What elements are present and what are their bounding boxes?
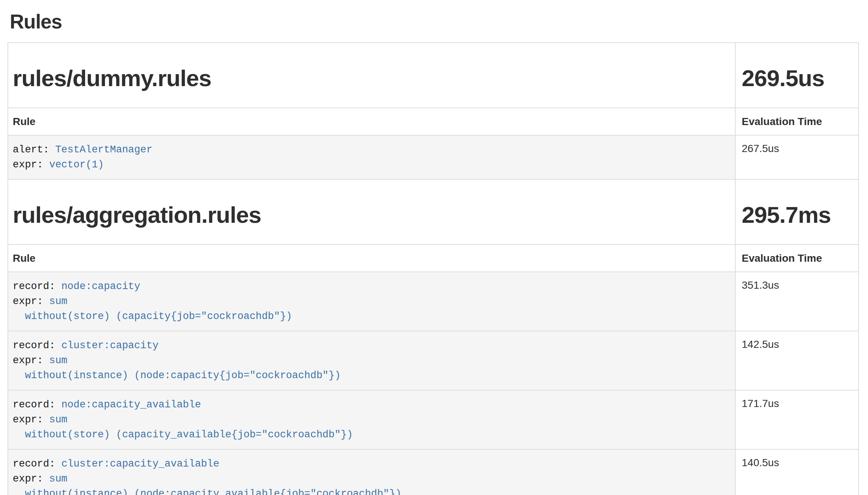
rule-evaluation-time: 267.5us	[735, 135, 859, 179]
rule-expr-line: expr: sum without(store) (capacity{job="…	[13, 294, 730, 324]
page-title: Rules	[10, 10, 868, 33]
rule-definition-line: record: cluster:capacity	[13, 338, 730, 353]
rule-definition-cell: record: node:capacity expr: sum without(…	[8, 272, 735, 331]
rule-expr-line: expr: sum without(store) (capacity_avail…	[13, 412, 730, 442]
rule-kind-label: alert:	[13, 144, 55, 155]
rule-definition-cell: record: cluster:capacity_available expr:…	[8, 449, 735, 495]
rule-expr-link[interactable]: sum without(store) (capacity_available{j…	[13, 414, 353, 440]
rule-expr-line: expr: sum without(instance) (node:capaci…	[13, 353, 730, 383]
rule-column-header: Rule	[8, 108, 735, 135]
rule-group-evaluation-time: 295.7ms	[742, 202, 854, 228]
rule-group-header-row: rules/dummy.rules 269.5us	[8, 43, 859, 108]
rule-kind-label: record:	[13, 281, 61, 292]
rule-group-name-cell: rules/dummy.rules	[8, 43, 735, 108]
rule-group-evaluation-time: 269.5us	[742, 66, 854, 91]
rule-row: record: cluster:capacity_available expr:…	[8, 449, 859, 495]
rules-table: rules/dummy.rules 269.5us Rule Evaluatio…	[7, 42, 859, 495]
expr-label: expr:	[13, 473, 49, 485]
rule-group-header-row: rules/aggregation.rules 295.7ms	[8, 179, 859, 245]
rule-kind-label: record:	[13, 399, 61, 410]
rule-group-name: rules/dummy.rules	[13, 66, 730, 91]
rule-expr-link[interactable]: sum without(store) (capacity{job="cockro…	[13, 296, 292, 322]
rule-evaluation-time: 171.7us	[735, 390, 859, 449]
expr-label: expr:	[13, 414, 49, 425]
rule-group-name: rules/aggregation.rules	[13, 202, 730, 228]
rule-row: record: node:capacity_available expr: su…	[8, 390, 859, 449]
rule-name-link[interactable]: node:capacity_available	[61, 399, 201, 410]
alert-name-link[interactable]: TestAlertManager	[55, 144, 152, 155]
expr-label: expr:	[13, 355, 49, 366]
rule-evaluation-time: 142.5us	[735, 331, 859, 390]
table-header-row: Rule Evaluation Time	[8, 245, 859, 272]
expr-label: expr:	[13, 159, 49, 170]
rule-expr-link[interactable]: sum without(instance) (node:capacity_ava…	[13, 473, 401, 495]
rule-expr-link[interactable]: sum without(instance) (node:capacity{job…	[13, 355, 341, 381]
rule-row: record: node:capacity expr: sum without(…	[8, 272, 859, 331]
rule-name-link[interactable]: node:capacity	[61, 281, 141, 292]
rule-column-header: Rule	[8, 245, 735, 272]
rule-name-link[interactable]: cluster:capacity_available	[61, 458, 219, 470]
expr-label: expr:	[13, 296, 49, 307]
rule-definition-cell: alert: TestAlertManager expr: vector(1)	[8, 135, 735, 179]
rule-expr-link[interactable]: vector(1)	[49, 159, 104, 170]
rule-definition-cell: record: node:capacity_available expr: su…	[8, 390, 735, 449]
rule-definition-line: record: cluster:capacity_available	[13, 456, 730, 471]
rule-kind-label: record:	[13, 340, 61, 351]
rule-row: alert: TestAlertManager expr: vector(1) …	[8, 135, 859, 179]
rule-evaluation-time: 351.3us	[735, 272, 859, 331]
table-header-row: Rule Evaluation Time	[8, 108, 859, 135]
rule-definition-line: record: node:capacity_available	[13, 397, 730, 412]
rule-definition-line: record: node:capacity	[13, 279, 730, 294]
rule-expr-line: expr: sum without(instance) (node:capaci…	[13, 471, 730, 495]
rule-name-link[interactable]: cluster:capacity	[61, 340, 159, 351]
evaluation-time-column-header: Evaluation Time	[735, 245, 859, 272]
rule-expr-line: expr: vector(1)	[13, 157, 730, 172]
rule-definition-cell: record: cluster:capacity expr: sum witho…	[8, 331, 735, 390]
evaluation-time-column-header: Evaluation Time	[735, 108, 859, 135]
rule-group-evaluation-time-cell: 295.7ms	[735, 179, 859, 245]
rule-evaluation-time: 140.5us	[735, 449, 859, 495]
rule-row: record: cluster:capacity expr: sum witho…	[8, 331, 859, 390]
rule-definition-line: alert: TestAlertManager	[13, 142, 730, 157]
rule-group-evaluation-time-cell: 269.5us	[735, 43, 859, 108]
rule-kind-label: record:	[13, 458, 61, 470]
rule-group-name-cell: rules/aggregation.rules	[8, 179, 735, 245]
